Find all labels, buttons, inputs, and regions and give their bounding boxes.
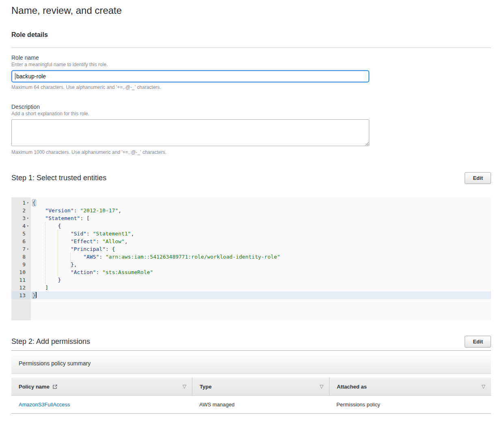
line-number: 8 <box>11 253 30 261</box>
table-cell: AWS managed <box>192 402 329 408</box>
role-name-helper: Enter a meaningful name to identify this… <box>11 62 491 67</box>
code-line[interactable]: ] <box>31 284 491 291</box>
trust-policy-editor[interactable]: 1▾23▾4▾567▾8910111213 { "Version": "2012… <box>11 197 491 320</box>
policies-table: Policy name▽Type▽Attached as▽ AmazonS3Fu… <box>11 378 491 414</box>
code-line[interactable]: }, <box>31 261 491 268</box>
line-number: 9 <box>11 261 30 268</box>
code-line[interactable]: "Statement": [ <box>31 214 491 222</box>
text-cursor <box>15 73 15 80</box>
code-line[interactable]: "AWS": "arn:aws:iam::541263489771:role/w… <box>31 253 491 261</box>
filter-icon[interactable]: ▽ <box>320 384 323 389</box>
line-number: 6 <box>11 237 30 245</box>
external-link-icon <box>52 384 58 389</box>
column-label: Attached as <box>337 384 367 390</box>
line-number: 4▾ <box>11 222 30 230</box>
line-number: 2 <box>11 207 30 214</box>
section-divider <box>11 47 491 48</box>
line-number: 12 <box>11 284 30 291</box>
role-name-hint: Maximum 64 characters. Use alphanumeric … <box>11 84 491 90</box>
step2-header-row: Step 2: Add permissions Edit <box>11 336 491 348</box>
step2-heading: Step 2: Add permissions <box>11 337 90 346</box>
edit-permissions-button[interactable]: Edit <box>465 336 491 348</box>
policy-link[interactable]: AmazonS3FullAccess <box>19 402 70 408</box>
step1-heading: Step 1: Select trusted entities <box>11 174 106 182</box>
line-number: 11 <box>11 276 30 284</box>
column-header-attached-as[interactable]: Attached as▽ <box>329 378 491 395</box>
code-line[interactable]: "Principal": { <box>31 245 491 253</box>
editor-gutter: 1▾23▾4▾567▾8910111213 <box>11 197 31 320</box>
code-line[interactable]: } <box>31 276 491 284</box>
policies-table-body: AmazonS3FullAccessAWS managedPermissions… <box>11 396 491 414</box>
step2-divider <box>11 350 491 351</box>
code-line[interactable]: } <box>31 291 491 299</box>
description-hint: Maximum 1000 characters. Use alphanumeri… <box>11 149 491 155</box>
edit-trusted-entities-button[interactable]: Edit <box>465 172 491 184</box>
permissions-panel: Permissions policy summary Policy name▽T… <box>11 353 491 414</box>
role-name-label: Role name <box>11 54 491 61</box>
fold-caret-icon[interactable]: ▾ <box>26 222 30 230</box>
fold-caret-icon[interactable]: ▾ <box>26 245 30 253</box>
policies-table-header: Policy name▽Type▽Attached as▽ <box>11 378 491 396</box>
column-label: Type <box>200 384 211 390</box>
page: Name, review, and create Role details Ro… <box>11 5 491 414</box>
description-helper: Add a short explanation for this role. <box>11 111 491 117</box>
code-line[interactable]: "Version": "2012-10-17", <box>31 207 491 214</box>
editor-code-area[interactable]: { "Version": "2012-10-17", "Statement": … <box>31 197 491 320</box>
fold-caret-icon[interactable]: ▾ <box>26 199 30 207</box>
code-line[interactable]: { <box>31 222 491 230</box>
table-cell: AmazonS3FullAccess <box>11 402 192 408</box>
description-label: Description <box>11 104 491 110</box>
filter-icon[interactable]: ▽ <box>482 384 485 389</box>
page-title: Name, review, and create <box>11 5 491 16</box>
code-line[interactable]: "Effect": "Allow", <box>31 237 491 245</box>
code-line[interactable]: "Sid": "Statement1", <box>31 230 491 237</box>
column-label: Policy name <box>19 384 50 390</box>
editor-cursor <box>36 292 37 298</box>
code-line[interactable]: { <box>31 199 491 207</box>
table-row: AmazonS3FullAccessAWS managedPermissions… <box>11 396 491 414</box>
column-header-policy-name[interactable]: Policy name▽ <box>11 378 192 395</box>
line-number: 1▾ <box>11 199 30 207</box>
description-textarea[interactable] <box>11 119 369 146</box>
role-details-heading: Role details <box>11 31 491 39</box>
line-number: 5 <box>11 230 30 237</box>
column-header-type[interactable]: Type▽ <box>192 378 329 395</box>
permissions-panel-header: Permissions policy summary <box>11 353 491 374</box>
role-name-input-wrap <box>11 70 369 82</box>
line-number: 3▾ <box>11 214 30 222</box>
line-number: 10 <box>11 268 30 276</box>
fold-caret-icon[interactable]: ▾ <box>26 214 30 222</box>
table-cell: Permissions policy <box>329 402 491 408</box>
permissions-panel-title: Permissions policy summary <box>19 360 90 367</box>
line-number: 13 <box>11 291 30 299</box>
code-line[interactable]: "Action": "sts:AssumeRole" <box>31 268 491 276</box>
filter-icon[interactable]: ▽ <box>183 384 186 389</box>
step1-header-row: Step 1: Select trusted entities Edit <box>11 172 491 184</box>
role-name-input[interactable] <box>11 70 369 82</box>
line-number: 7▾ <box>11 245 30 253</box>
